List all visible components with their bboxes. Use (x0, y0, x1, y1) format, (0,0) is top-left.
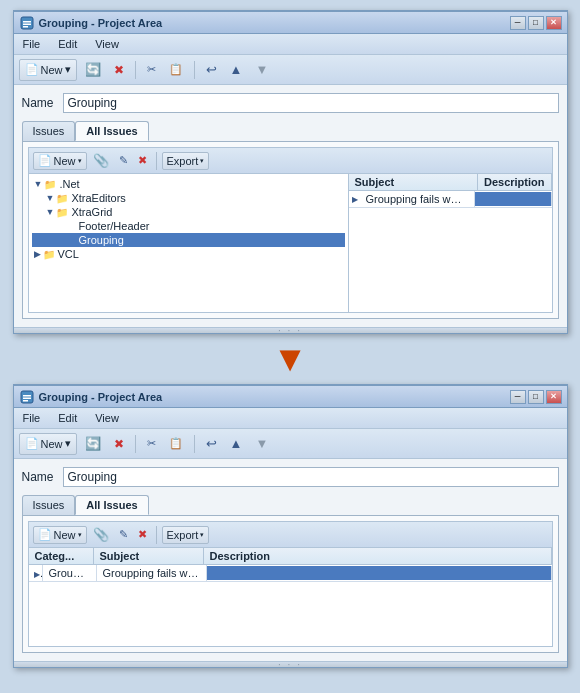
down-btn-1[interactable]: ▼ (250, 59, 273, 81)
panel-delete-btn-2[interactable]: ✖ (134, 526, 151, 544)
window-title-2: Grouping - Project Area (39, 391, 510, 403)
menu-edit-2[interactable]: Edit (54, 410, 81, 426)
up-btn-1[interactable]: ▲ (225, 59, 248, 81)
minimize-btn-2[interactable]: ─ (510, 390, 526, 404)
panel-new-icon-1: 📄 (38, 154, 52, 167)
menu-file-1[interactable]: File (19, 36, 45, 52)
panel-edit-icon-1: ✎ (119, 154, 128, 167)
title-bar-1: Grouping - Project Area ─ □ ✕ (14, 12, 567, 34)
new-label-2: New (41, 438, 63, 450)
name-row-2: Name (22, 467, 559, 487)
stop-btn-1[interactable]: ✖ (109, 59, 129, 81)
panel-delete-btn-1[interactable]: ✖ (134, 152, 151, 170)
menu-bar-2: File Edit View (14, 408, 567, 429)
table-cell-description (207, 566, 552, 580)
separator-1b (194, 61, 195, 79)
minimize-btn-1[interactable]: ─ (510, 16, 526, 30)
table-row-1[interactable]: ▶ Grouping Groupping fails when ... (29, 565, 552, 582)
menu-file-2[interactable]: File (19, 410, 45, 426)
menu-view-2[interactable]: View (91, 410, 123, 426)
svg-rect-3 (23, 26, 28, 28)
table-header-category: Categ... (29, 548, 94, 564)
issues-header-1: Subject Description (349, 174, 552, 191)
copy-btn-2[interactable]: 📋 (164, 433, 188, 455)
cut-icon-1: ✂ (147, 63, 156, 76)
tab-issues-1[interactable]: Issues (22, 121, 76, 141)
close-btn-2[interactable]: ✕ (546, 390, 562, 404)
panel-delete-icon-1: ✖ (138, 154, 147, 167)
tree-item-vcl[interactable]: ▶ 📁 VCL (32, 247, 345, 261)
panel-edit-btn-1[interactable]: ✎ (115, 152, 132, 170)
new-label-1: New (41, 64, 63, 76)
expand-icon-vcl: ▶ (34, 249, 41, 259)
panel-new-arrow-2: ▾ (78, 531, 82, 539)
refresh-btn-1[interactable]: 🔄 (80, 59, 106, 81)
name-label-2: Name (22, 470, 57, 484)
tabs-2: Issues All Issues (22, 495, 559, 515)
resize-handle-1[interactable]: · · · (14, 327, 567, 333)
main-toolbar-2: 📄 New ▾ 🔄 ✖ ✂ 📋 ↩ ▲ ▼ (14, 429, 567, 459)
expand-icon-xtraeditors: ▼ (46, 193, 55, 203)
copy-btn-1[interactable]: 📋 (164, 59, 188, 81)
cut-btn-2[interactable]: ✂ (142, 433, 161, 455)
svg-rect-6 (23, 397, 31, 399)
up-icon-2: ▲ (230, 436, 243, 451)
issues-cell-description (475, 192, 552, 206)
panel-new-btn-1[interactable]: 📄 New ▾ (33, 152, 87, 170)
maximize-btn-2[interactable]: □ (528, 390, 544, 404)
close-btn-1[interactable]: ✕ (546, 16, 562, 30)
panel-delete-icon-2: ✖ (138, 528, 147, 541)
tree-item-xtragrid[interactable]: ▼ 📁 XtraGrid (32, 205, 345, 219)
new-button-1[interactable]: 📄 New ▾ (19, 59, 77, 81)
maximize-btn-1[interactable]: □ (528, 16, 544, 30)
panel-new-btn-2[interactable]: 📄 New ▾ (33, 526, 87, 544)
menu-bar-1: File Edit View (14, 34, 567, 55)
new-button-2[interactable]: 📄 New ▾ (19, 433, 77, 455)
resize-dots-2: · · · (278, 659, 302, 670)
issues-header-subject: Subject (349, 174, 478, 190)
tab-all-issues-1[interactable]: All Issues (75, 121, 148, 141)
undo-btn-1[interactable]: ↩ (201, 59, 222, 81)
folder-icon-xtragrid: 📁 (56, 207, 68, 218)
issues-row-1[interactable]: ▶ Groupping fails when ... (349, 191, 552, 208)
tree-item-dotnet[interactable]: ▼ 📁 .Net (32, 177, 345, 191)
tree-item-footer[interactable]: Footer/Header (32, 219, 345, 233)
panel-add-icon-1: 📎 (93, 153, 109, 168)
undo-btn-2[interactable]: ↩ (201, 433, 222, 455)
tree-item-xtraeditors[interactable]: ▼ 📁 XtraEditors (32, 191, 345, 205)
new-dropdown-arrow-1: ▾ (65, 63, 71, 76)
tree-item-grouping[interactable]: Grouping (32, 233, 345, 247)
panel-edit-btn-2[interactable]: ✎ (115, 526, 132, 544)
down-btn-2[interactable]: ▼ (250, 433, 273, 455)
issues-row-expand: ▶ (349, 195, 358, 204)
panel-add-btn-2[interactable]: 📎 (89, 526, 113, 544)
panel-export-label-2: Export (167, 529, 199, 541)
panel-add-btn-1[interactable]: 📎 (89, 152, 113, 170)
split-panel-1: ▼ 📁 .Net ▼ 📁 XtraEditors ▼ 📁 XtraGrid (28, 173, 553, 313)
cut-btn-1[interactable]: ✂ (142, 59, 161, 81)
resize-handle-2[interactable]: · · · (14, 661, 567, 667)
name-input-1[interactable] (63, 93, 559, 113)
tree-label-vcl: VCL (58, 248, 79, 260)
copy-icon-2: 📋 (169, 437, 183, 450)
menu-view-1[interactable]: View (91, 36, 123, 52)
svg-rect-7 (23, 400, 28, 402)
down-icon-1: ▼ (255, 62, 268, 77)
name-input-2[interactable] (63, 467, 559, 487)
panel-edit-icon-2: ✎ (119, 528, 128, 541)
tree-panel-1[interactable]: ▼ 📁 .Net ▼ 📁 XtraEditors ▼ 📁 XtraGrid (29, 174, 349, 312)
folder-icon-dotnet: 📁 (44, 179, 56, 190)
issues-header-description: Description (478, 174, 552, 190)
app-icon-2 (19, 389, 35, 405)
panel-2: 📄 New ▾ 📎 ✎ ✖ Export ▾ (22, 515, 559, 653)
stop-btn-2[interactable]: ✖ (109, 433, 129, 455)
up-btn-2[interactable]: ▲ (225, 433, 248, 455)
panel-export-btn-2[interactable]: Export ▾ (162, 526, 210, 544)
tab-all-issues-2[interactable]: All Issues (75, 495, 148, 515)
panel-export-btn-1[interactable]: Export ▾ (162, 152, 210, 170)
menu-edit-1[interactable]: Edit (54, 36, 81, 52)
secondary-toolbar-2: 📄 New ▾ 📎 ✎ ✖ Export ▾ (28, 521, 553, 547)
secondary-toolbar-1: 📄 New ▾ 📎 ✎ ✖ Export ▾ (28, 147, 553, 173)
refresh-btn-2[interactable]: 🔄 (80, 433, 106, 455)
tab-issues-2[interactable]: Issues (22, 495, 76, 515)
